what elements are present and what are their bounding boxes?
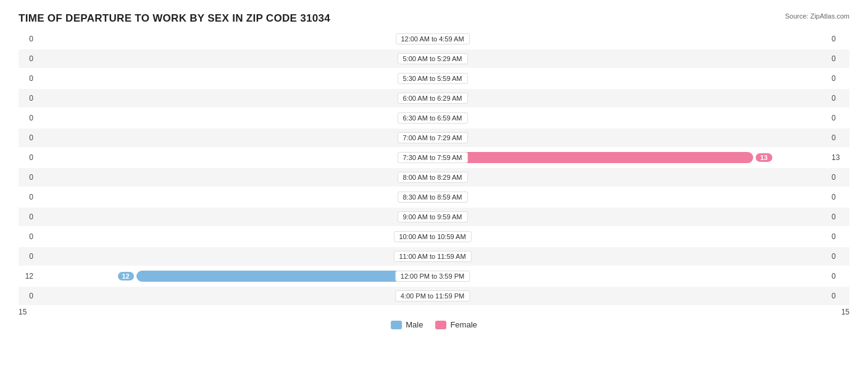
- female-bar-container: 13: [433, 151, 772, 164]
- male-value: 0: [19, 173, 37, 182]
- time-label: 12:00 PM to 3:59 PM: [395, 271, 470, 282]
- female-value: 0: [828, 173, 849, 182]
- time-label: 6:30 AM to 6:59 AM: [397, 112, 467, 124]
- bar-row: 09:00 AM to 9:59 AM0: [19, 208, 849, 226]
- male-value: 0: [19, 114, 37, 122]
- bars-center: 5:30 AM to 5:59 AM: [37, 69, 828, 88]
- female-value: 0: [828, 193, 849, 201]
- female-value: 0: [828, 292, 849, 300]
- female-value: 0: [828, 272, 849, 281]
- time-label: 12:00 AM to 4:59 AM: [395, 33, 469, 44]
- male-bar-container: 12: [118, 269, 433, 283]
- male-value: 0: [19, 54, 37, 63]
- male-value: 0: [19, 35, 37, 43]
- bar-row: 08:30 AM to 8:59 AM0: [19, 188, 849, 206]
- female-bar: [433, 152, 754, 163]
- male-value: 0: [19, 74, 37, 83]
- bars-center: 10:00 AM to 10:59 AM: [37, 227, 828, 246]
- female-value: 0: [828, 94, 849, 103]
- bars-center: 11:00 AM to 11:59 AM: [37, 247, 828, 266]
- male-value: 0: [19, 94, 37, 103]
- time-label: 6:00 AM to 6:29 AM: [397, 93, 467, 104]
- female-value: 0: [828, 213, 849, 221]
- bars-center: 8:00 AM to 8:29 AM: [37, 168, 828, 187]
- axis-bottom: 15 15: [19, 308, 849, 316]
- axis-left-val: 15: [19, 308, 27, 316]
- female-swatch: [435, 321, 446, 329]
- chart-rows-area: 012:00 AM to 4:59 AM005:00 AM to 5:29 AM…: [19, 30, 849, 305]
- bars-center: 6:00 AM to 6:29 AM: [37, 89, 828, 108]
- time-label: 7:00 AM to 7:29 AM: [397, 132, 467, 143]
- male-value: 12: [19, 272, 37, 281]
- bar-row: 010:00 AM to 10:59 AM0: [19, 227, 849, 246]
- bar-row: 07:30 AM to 7:59 AM1313: [19, 148, 849, 167]
- female-badge: 13: [756, 153, 772, 162]
- bar-row: 06:30 AM to 6:59 AM0: [19, 109, 849, 127]
- male-bar: [136, 271, 433, 282]
- legend: Male Female: [19, 320, 849, 329]
- time-label: 10:00 AM to 10:59 AM: [393, 231, 471, 242]
- male-label: Male: [406, 320, 423, 329]
- male-value: 0: [19, 193, 37, 201]
- male-value: 0: [19, 213, 37, 221]
- bars-center: 9:00 AM to 9:59 AM: [37, 208, 828, 226]
- source-label: Source: ZipAtlas.com: [785, 12, 849, 20]
- female-value: 0: [828, 114, 849, 122]
- bars-center: 7:00 AM to 7:29 AM: [37, 129, 828, 147]
- axis-right-val: 15: [841, 308, 849, 316]
- female-value: 0: [828, 133, 849, 142]
- chart-container: TIME OF DEPARTURE TO WORK BY SEX IN ZIP …: [0, 0, 868, 367]
- bars-center: 4:00 PM to 11:59 PM: [37, 287, 828, 305]
- time-label: 5:00 AM to 5:29 AM: [397, 53, 467, 64]
- legend-male: Male: [391, 320, 423, 329]
- bar-row: 06:00 AM to 6:29 AM0: [19, 89, 849, 108]
- time-label: 9:00 AM to 9:59 AM: [397, 211, 467, 222]
- female-value: 0: [828, 54, 849, 63]
- male-value: 0: [19, 252, 37, 261]
- female-value: 0: [828, 35, 849, 43]
- female-value: 0: [828, 252, 849, 261]
- time-label: 5:30 AM to 5:59 AM: [397, 73, 467, 84]
- legend-female: Female: [435, 320, 477, 329]
- male-swatch: [391, 321, 402, 329]
- bars-center: 6:30 AM to 6:59 AM: [37, 109, 828, 127]
- bar-row: 012:00 AM to 4:59 AM0: [19, 30, 849, 48]
- male-badge: 12: [118, 272, 134, 281]
- time-label: 11:00 AM to 11:59 AM: [393, 251, 471, 262]
- time-label: 8:00 AM to 8:29 AM: [397, 172, 467, 183]
- time-label: 4:00 PM to 11:59 PM: [395, 290, 470, 302]
- bar-row: 04:00 PM to 11:59 PM0: [19, 287, 849, 305]
- male-value: 0: [19, 133, 37, 142]
- time-label: 7:30 AM to 7:59 AM: [397, 152, 467, 163]
- bars-center: 5:00 AM to 5:29 AM: [37, 49, 828, 68]
- bar-row: 08:00 AM to 8:29 AM0: [19, 168, 849, 187]
- bars-center: 12:00 AM to 4:59 AM: [37, 30, 828, 48]
- male-value: 0: [19, 292, 37, 300]
- bar-row: 011:00 AM to 11:59 AM0: [19, 247, 849, 266]
- male-value: 0: [19, 232, 37, 241]
- bar-row: 121212:00 PM to 3:59 PM0: [19, 267, 849, 285]
- bars-center: 8:30 AM to 8:59 AM: [37, 188, 828, 206]
- chart-title: TIME OF DEPARTURE TO WORK BY SEX IN ZIP …: [19, 12, 849, 25]
- female-value: 0: [828, 74, 849, 83]
- bar-row: 05:30 AM to 5:59 AM0: [19, 69, 849, 88]
- bars-center: 1212:00 PM to 3:59 PM: [37, 267, 828, 285]
- bars-center: 7:30 AM to 7:59 AM13: [37, 148, 828, 167]
- female-value: 0: [828, 232, 849, 241]
- male-value: 0: [19, 153, 37, 162]
- female-label: Female: [450, 320, 477, 329]
- bar-row: 05:00 AM to 5:29 AM0: [19, 49, 849, 68]
- time-label: 8:30 AM to 8:59 AM: [397, 192, 467, 203]
- female-value: 13: [828, 153, 849, 162]
- bar-row: 07:00 AM to 7:29 AM0: [19, 129, 849, 147]
